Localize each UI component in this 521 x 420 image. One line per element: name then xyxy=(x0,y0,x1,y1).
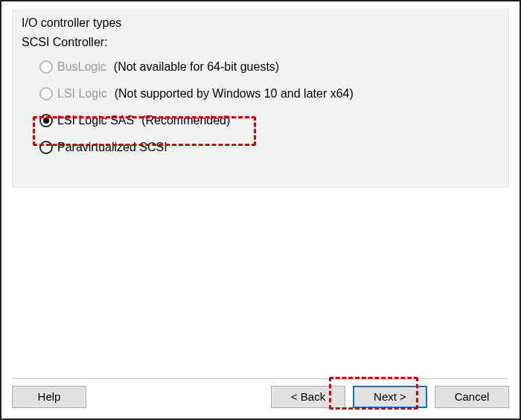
panel-title: I/O controller types xyxy=(22,16,499,30)
option-label-lsilogic: LSI Logic xyxy=(57,87,107,101)
io-controller-panel: I/O controller types SCSI Controller: Bu… xyxy=(12,9,509,188)
scsi-controller-label: SCSI Controller: xyxy=(22,36,499,49)
button-bar: Help < Back Next > Cancel xyxy=(12,378,509,405)
back-button[interactable]: < Back xyxy=(271,386,345,408)
option-lsilogic-sas[interactable]: LSI Logic SAS (Recommended) xyxy=(39,110,499,131)
next-button[interactable]: Next > xyxy=(353,386,427,408)
radio-paravirtualized[interactable] xyxy=(39,141,53,154)
radio-lsilogic-sas[interactable] xyxy=(39,114,53,127)
radio-buslogic xyxy=(39,60,53,74)
option-hint-buslogic: (Not available for 64-bit guests) xyxy=(114,60,279,74)
option-hint-lsilogic: (Not supported by Windows 10 and later x… xyxy=(115,87,354,101)
help-button[interactable]: Help xyxy=(12,386,86,408)
option-buslogic: BusLogic (Not available for 64-bit guest… xyxy=(39,57,499,77)
option-lsilogic: LSI Logic (Not supported by Windows 10 a… xyxy=(39,83,499,104)
option-label-lsilogic-sas: LSI Logic SAS xyxy=(57,114,134,127)
radio-lsilogic xyxy=(39,87,53,101)
option-paravirtualized[interactable]: Paravirtualized SCSI xyxy=(39,137,499,158)
dialog-window: I/O controller types SCSI Controller: Bu… xyxy=(0,0,521,420)
option-label-paravirtualized: Paravirtualized SCSI xyxy=(57,141,167,154)
option-label-buslogic: BusLogic xyxy=(57,60,106,74)
cancel-button[interactable]: Cancel xyxy=(435,386,509,408)
option-hint-lsilogic-sas: (Recommended) xyxy=(141,114,230,127)
